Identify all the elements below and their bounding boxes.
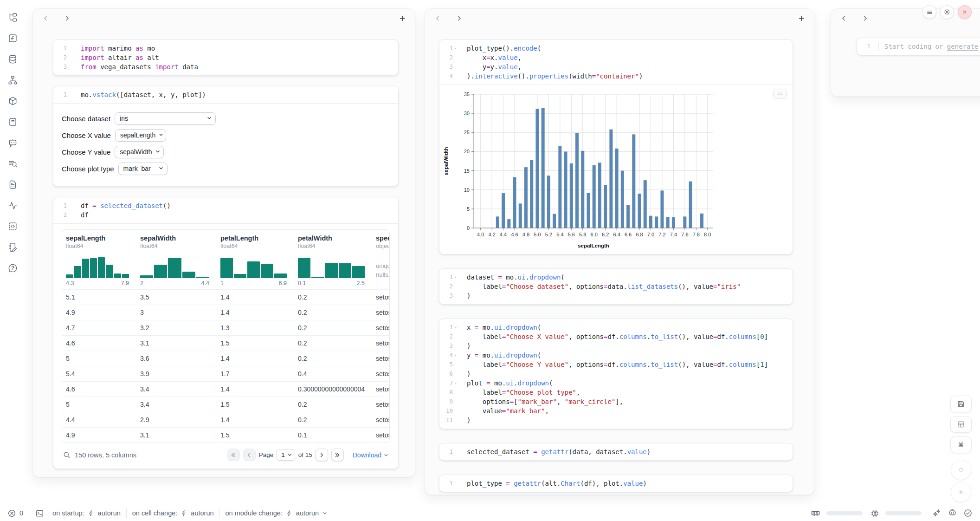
dataframe-output: sepalLengthfloat644.37.9sepalWidthfloat6…: [53, 224, 398, 469]
column-header[interactable]: sepalWidthfloat6424.4: [136, 230, 217, 289]
column-header[interactable]: speciesobjectunique:nulls:: [372, 230, 390, 289]
table-row[interactable]: 5.43.91.70.4setosa: [62, 366, 389, 381]
activity-icon[interactable]: [6, 198, 19, 212]
close-button[interactable]: [958, 5, 972, 19]
code-editor[interactable]: 1dataset = mo.ui.dropdown(2 label="Choos…: [439, 269, 793, 304]
sitemap-icon[interactable]: [6, 73, 19, 87]
code-line: 2df: [53, 210, 398, 220]
generate-link[interactable]: generate: [947, 43, 978, 50]
column-histogram: [220, 254, 294, 278]
list-search-icon[interactable]: [6, 156, 19, 170]
panel-prev-button[interactable]: [838, 13, 849, 23]
choose-dataset-select[interactable]: iris: [115, 112, 216, 125]
menu-button[interactable]: [922, 5, 936, 19]
choose-plot-type-select[interactable]: mark_bar: [118, 163, 168, 175]
column-header[interactable]: petalWidthfloat640.12.5: [294, 230, 372, 289]
bot-chat-icon[interactable]: [6, 136, 19, 150]
ai-sparkles-button[interactable]: [932, 508, 941, 518]
autorun-setting[interactable]: on module change:autorun: [226, 509, 328, 517]
prev-page-button[interactable]: [243, 449, 256, 461]
cell-xy-plot-dropdowns[interactable]: 1x = mo.ui.dropdown(2 label="Choose X va…: [439, 319, 793, 429]
code-editor[interactable]: 1plot_type = getattr(alt.Chart(df), plot…: [439, 475, 793, 492]
code-editor[interactable]: 1 Start coding or generate with: [857, 38, 980, 55]
code-line: 3): [439, 341, 793, 351]
svg-text:6.8: 6.8: [636, 232, 643, 237]
settings-gear-button[interactable]: [940, 5, 954, 19]
connection-status-button[interactable]: [963, 508, 973, 518]
panel-next-button[interactable]: [454, 13, 464, 23]
download-button[interactable]: Download: [353, 451, 389, 459]
svg-text:sepalWidth: sepalWidth: [443, 147, 449, 175]
add-cell-button[interactable]: [796, 13, 806, 23]
table-row[interactable]: 4.42.91.40.2setosa: [62, 412, 389, 427]
layout-button[interactable]: [950, 416, 972, 433]
first-page-button[interactable]: [227, 449, 240, 461]
package-icon[interactable]: [6, 94, 19, 108]
column-header[interactable]: petalLengthfloat6416.9: [217, 230, 294, 289]
cell-imports[interactable]: 1import marimo as mo2import altair as al…: [53, 39, 399, 76]
cell-selected-dataset[interactable]: 1selected_dataset = getattr(data, datase…: [439, 443, 793, 461]
code-editor[interactable]: 1plot_type().encode(2 x=x.value,3 y=y.va…: [439, 40, 793, 85]
function-square-icon[interactable]: [6, 31, 19, 45]
terminal-button[interactable]: [35, 509, 44, 518]
code-editor[interactable]: 1x = mo.ui.dropdown(2 label="Choose X va…: [439, 319, 793, 429]
table-footer: 150 rows, 5 columns Page 1 of 15 Downloa…: [62, 443, 390, 463]
svg-text:7.2: 7.2: [658, 232, 665, 237]
help-icon[interactable]: [6, 261, 19, 275]
search-icon[interactable]: [63, 451, 71, 459]
panel-prev-button[interactable]: [432, 13, 443, 23]
panel-next-button[interactable]: [860, 13, 870, 23]
cell-scratch[interactable]: 1 Start coding or generate with: [857, 38, 980, 55]
last-page-button[interactable]: [331, 449, 344, 461]
database-icon[interactable]: [6, 52, 19, 66]
cell-plot-code[interactable]: 1plot_type().encode(2 x=x.value,3 y=y.va…: [439, 39, 793, 254]
panel-next-button[interactable]: [62, 13, 72, 23]
autorun-setting[interactable]: on startup:autorun: [52, 509, 121, 517]
table-row[interactable]: 4.931.40.2setosa: [62, 305, 389, 320]
control-label: Choose Y value: [62, 148, 110, 156]
svg-text:5.6: 5.6: [568, 232, 575, 237]
scroll-icon[interactable]: [6, 115, 19, 129]
table-row[interactable]: 53.41.50.2setosa: [62, 397, 389, 412]
code-editor[interactable]: 1mo.vstack([dataset, x, y, plot]): [53, 86, 398, 103]
page-label: Page: [259, 451, 274, 458]
code-line: 1plot_type().encode(: [439, 44, 793, 53]
add-cell-button[interactable]: [397, 13, 407, 23]
code-line: 4y = mo.ui.dropdown(: [439, 351, 793, 360]
code-editor[interactable]: 1selected_dataset = getattr(data, datase…: [439, 443, 793, 460]
choose-x-value-select[interactable]: sepalLength: [115, 129, 166, 142]
cell-dataset-dropdown[interactable]: 1dataset = mo.ui.dropdown(2 label="Choos…: [439, 268, 793, 305]
next-page-button[interactable]: [316, 449, 328, 461]
output-drag-handle[interactable]: [773, 89, 787, 99]
altair-bar-chart: 051015202530354.04.24.44.64.85.05.25.45.…: [441, 89, 793, 251]
panel-prev-button[interactable]: [40, 13, 51, 23]
page-select[interactable]: 1: [277, 449, 295, 461]
autorun-setting[interactable]: on cell change:autorun: [132, 509, 214, 517]
cell-df-table[interactable]: 1df = selected_dataset()2df sepalLengthf…: [53, 197, 399, 469]
table-row[interactable]: 4.93.11.50.1setosa: [62, 427, 389, 443]
stop-button[interactable]: [951, 460, 971, 480]
cell-plot-type[interactable]: 1plot_type = getattr(alt.Chart(df), plot…: [439, 475, 793, 492]
table-row[interactable]: 53.61.40.2setosa: [62, 351, 389, 366]
table-row[interactable]: 4.73.21.30.2setosa: [62, 320, 389, 335]
notebook-edit-icon[interactable]: [6, 240, 19, 254]
code-editor[interactable]: 1df = selected_dataset()2df: [53, 197, 398, 223]
code-editor[interactable]: 1import marimo as mo2import altair as al…: [53, 40, 398, 75]
command-palette-button[interactable]: [950, 436, 972, 453]
document-icon[interactable]: [6, 177, 19, 191]
code-line: 1df = selected_dataset(): [53, 201, 398, 210]
run-button[interactable]: [951, 482, 971, 502]
column-header[interactable]: sepalLengthfloat644.37.9: [62, 230, 136, 289]
error-count[interactable]: 0: [7, 509, 23, 518]
choose-y-value-select[interactable]: sepalWidth: [115, 146, 164, 158]
copilot-button[interactable]: [948, 508, 957, 518]
autorun-settings: on startup:autorunon cell change:autorun…: [52, 508, 328, 518]
table-row[interactable]: 4.63.11.50.2setosa: [62, 335, 389, 351]
file-tree-icon[interactable]: [6, 10, 19, 24]
code-snippet-icon[interactable]: [6, 219, 19, 233]
cell-vstack[interactable]: 1mo.vstack([dataset, x, y, plot]) Choose…: [53, 86, 399, 187]
cpu-icon: [870, 509, 879, 518]
table-row[interactable]: 5.13.51.40.2setosa: [62, 289, 389, 305]
table-row[interactable]: 4.63.41.40.30000000000000004setosa: [62, 381, 389, 397]
save-button[interactable]: [950, 396, 972, 412]
